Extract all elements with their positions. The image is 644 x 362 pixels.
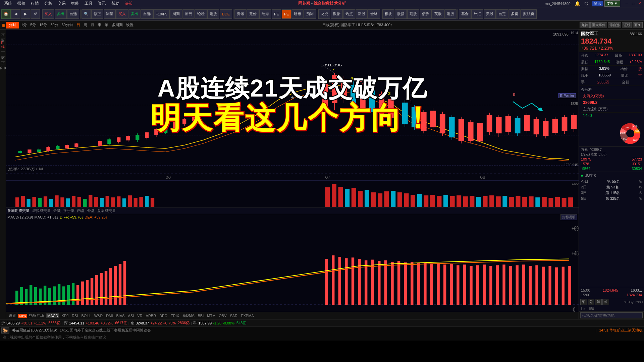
maximize-btn[interactable]: □ xyxy=(631,2,636,6)
sidebar-k[interactable]: K线 xyxy=(1,40,5,50)
vol-tab-after[interactable]: 盘后成交量 xyxy=(97,208,116,213)
tb-hkstock[interactable]: 港股 xyxy=(444,9,457,19)
menu-market[interactable]: 行情 xyxy=(28,1,42,6)
tb-news[interactable]: 资讯 xyxy=(234,9,247,19)
tb-f10[interactable]: F10/F9 xyxy=(153,9,170,19)
tb-refresh[interactable]: ↺ xyxy=(31,9,40,19)
candlestick-chart[interactable]: 1914 1825 1760.645 1891.896 A股连续21天成交破万亿… xyxy=(6,29,579,180)
tb-hot[interactable]: 热点 xyxy=(343,9,355,19)
menu-ai[interactable]: 智能 xyxy=(68,1,82,6)
ind-boll[interactable]: BOLL xyxy=(80,314,92,318)
tb-pe[interactable]: PE xyxy=(272,9,281,19)
tf-weekly[interactable]: 周 xyxy=(82,22,89,27)
tb-forward[interactable]: ▶ xyxy=(21,9,30,19)
tf-60min[interactable]: 60分钟 xyxy=(60,22,74,27)
ind-bbi[interactable]: BBI xyxy=(197,314,205,318)
vol-tab-virtual[interactable]: 虚拟成交量 xyxy=(32,208,51,213)
ind-wr[interactable]: W&R xyxy=(93,314,104,318)
menu-analysis[interactable]: 分析 xyxy=(42,1,55,6)
vol-tab-turnover[interactable]: 换手率 xyxy=(63,208,74,213)
tb-sell2[interactable]: 卖出 xyxy=(128,9,141,19)
sidebar-up[interactable]: 上 xyxy=(0,58,5,60)
ind-plaza[interactable]: 指标广场 xyxy=(28,313,45,318)
tb-sell[interactable]: 卖出 xyxy=(55,9,67,19)
tb-ukstock[interactable]: 英股 xyxy=(432,9,444,19)
menu-system[interactable]: 系统 xyxy=(1,1,15,6)
tf-monthly[interactable]: 月 xyxy=(89,22,96,27)
vol-tab-multi[interactable]: 多周期成交量 xyxy=(7,208,30,213)
fire-btn[interactable]: 烛 xyxy=(602,299,609,305)
tb-newstock[interactable]: 新股 xyxy=(356,9,368,19)
tb-longhubang[interactable]: 龙虎 xyxy=(318,9,330,19)
ind-rsi[interactable]: RSI xyxy=(70,314,79,318)
tb-buy2[interactable]: 买入 xyxy=(116,9,128,19)
tb-bond[interactable]: 债券 xyxy=(420,9,432,19)
tf-annual[interactable]: 年 xyxy=(103,22,110,27)
tb-select[interactable]: 选股 xyxy=(207,9,219,19)
tf-realtime[interactable]: 分时 xyxy=(6,22,19,28)
tb-custom[interactable]: 自定 xyxy=(496,9,508,19)
tf-multi[interactable]: 多周期 xyxy=(110,22,124,27)
shield-icon[interactable]: 🛡 xyxy=(583,1,590,6)
tb-fund[interactable]: 基金 xyxy=(459,9,471,19)
ind-dpo[interactable]: DPO xyxy=(158,314,169,318)
ind-sar[interactable]: SAR xyxy=(229,314,239,318)
tb-futures[interactable]: 期股 xyxy=(407,9,419,19)
ind-arbr[interactable]: ARBR xyxy=(145,314,158,318)
tb-research[interactable]: 研报 xyxy=(291,9,304,19)
chart-btn[interactable]: 筹 xyxy=(595,299,602,305)
menu-decision[interactable]: 决策 xyxy=(122,1,136,6)
chart-line-btn[interactable]: 证线 xyxy=(622,22,632,28)
filter-watchlist-btn[interactable]: 筛自选 xyxy=(608,22,621,28)
ind-new-badge[interactable]: NEW xyxy=(18,314,27,318)
close-btn[interactable]: ✕ xyxy=(637,1,643,6)
tb-pe2[interactable]: PE xyxy=(282,9,291,19)
major-event-btn[interactable]: 重大事件 xyxy=(590,22,607,28)
tf-5min[interactable]: 5分 xyxy=(29,22,37,27)
tb-draw[interactable]: 画线 xyxy=(182,9,195,19)
menu-help[interactable]: 帮助 xyxy=(109,1,122,6)
tb-watchlist[interactable]: 自选 xyxy=(67,9,79,19)
tb-fix[interactable]: 修正 xyxy=(91,9,103,19)
vol-tab-inflow[interactable]: 内盘 xyxy=(77,208,85,213)
tf-1min[interactable]: 1分 xyxy=(20,22,28,27)
ind-trix[interactable]: TRIX xyxy=(169,314,180,318)
ind-bias[interactable]: BIAS xyxy=(115,314,126,318)
tb-stockindex[interactable]: 股指 xyxy=(395,9,407,19)
jiuzhuan-btn[interactable]: 九转 xyxy=(580,22,590,28)
tb-dde[interactable]: DDE xyxy=(220,9,232,19)
tf-30min[interactable]: 30分 xyxy=(49,22,60,27)
tb-sector[interactable]: 板块 xyxy=(382,9,394,19)
bell-icon[interactable]: 🔔 xyxy=(573,1,582,6)
vol-tab-amount[interactable]: 金额 xyxy=(53,208,61,213)
chart-settings[interactable]: 设置 xyxy=(125,22,135,27)
tb-search[interactable]: 🔍 xyxy=(82,9,91,19)
ind-kdj[interactable]: KDJ xyxy=(60,314,70,318)
tb-autosel[interactable]: 自选 xyxy=(141,9,153,19)
tb-multiwin[interactable]: 多窗 xyxy=(508,9,521,19)
tb-period[interactable]: 周期 xyxy=(170,9,182,19)
tb-measure[interactable]: 测量 xyxy=(104,9,116,19)
indicator-explanation-btn[interactable]: 指标说明 xyxy=(560,214,577,220)
minimize-btn[interactable]: ─ xyxy=(624,2,630,6)
tb-home[interactable]: 🏠 xyxy=(1,9,11,19)
ind-asi[interactable]: ASI xyxy=(127,314,136,318)
menu-tools[interactable]: 工具 xyxy=(82,1,95,6)
ind-obv[interactable]: OBV xyxy=(217,314,228,318)
tb-bid[interactable]: 竞价 xyxy=(247,9,259,19)
ind-vr[interactable]: VR xyxy=(136,314,144,318)
stock-search-input[interactable] xyxy=(580,312,643,318)
chart-face-btn[interactable]: 面▼ xyxy=(633,22,643,28)
menu-quote[interactable]: 报价 xyxy=(15,1,28,6)
tb-buy[interactable]: 买入 xyxy=(42,9,54,19)
tb-global[interactable]: 全球 xyxy=(368,9,380,19)
ind-macd[interactable]: MACD xyxy=(46,313,59,318)
copy-btn[interactable]: 分 xyxy=(588,299,594,305)
ind-dmi[interactable]: DMI xyxy=(105,314,114,318)
delegate-btn[interactable]: 委托▼ xyxy=(604,0,620,7)
detail-btn[interactable]: 细 xyxy=(580,299,587,305)
tf-daily[interactable]: 日 xyxy=(75,22,82,27)
news-btn[interactable]: 资讯 xyxy=(592,1,603,6)
tb-usstock[interactable]: 美股 xyxy=(484,9,496,19)
ind-mtm[interactable]: MTM xyxy=(206,314,217,318)
